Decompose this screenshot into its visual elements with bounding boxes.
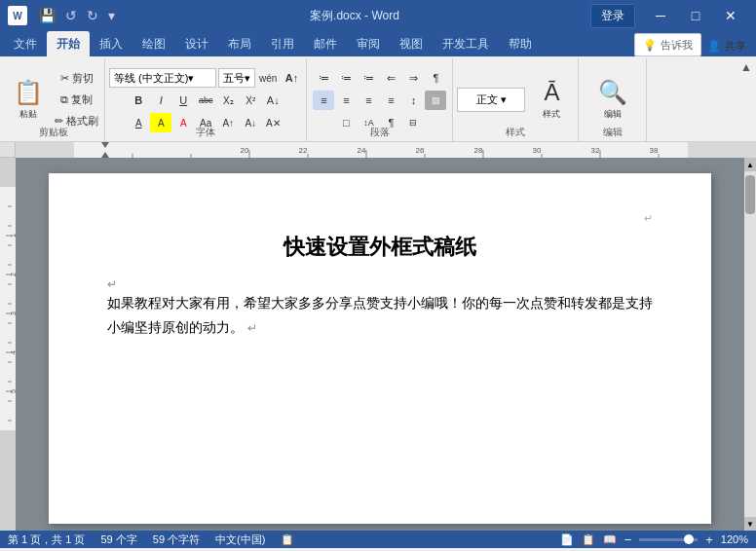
bold-button[interactable]: B bbox=[128, 91, 149, 110]
zoom-thumb[interactable] bbox=[684, 534, 694, 544]
ribbon-group-font: 等线 (中文正文)▾ 五号▾ wén A↑ B I U abc X₂ X² A↓… bbox=[105, 58, 307, 141]
align-left-btn[interactable]: ≡ bbox=[313, 91, 334, 110]
ribbon-group-clipboard: 📋 粘贴 ✂ 剪切 ⧉ 复制 ✏ 格式刷 剪贴板 bbox=[2, 58, 105, 141]
shrink-aa-btn[interactable]: A↓ bbox=[240, 113, 261, 132]
svg-rect-0 bbox=[16, 142, 756, 158]
svg-text:2: 2 bbox=[10, 273, 16, 276]
styles-pane-btn[interactable]: Ā 样式 bbox=[529, 67, 574, 133]
tab-help[interactable]: 帮助 bbox=[499, 31, 542, 56]
undo-quick-btn[interactable]: ↺ bbox=[61, 6, 81, 25]
body-pilcrow: ↵ bbox=[247, 321, 257, 335]
tab-references[interactable]: 引用 bbox=[261, 31, 304, 56]
shading-btn[interactable]: ▨ bbox=[425, 91, 446, 110]
body-text: 如果教程对大家有用，希望大家多多分享点赞支持小编哦！你的每一次点赞和转发都是支持… bbox=[107, 296, 653, 335]
word-count: 59 个字 bbox=[100, 533, 136, 547]
copy-button[interactable]: ⧉ 复制 bbox=[53, 91, 100, 110]
svg-text:38: 38 bbox=[650, 146, 659, 155]
column-btn[interactable]: ⊟ bbox=[402, 113, 424, 132]
tell-me-input[interactable]: 💡 告诉我 bbox=[634, 33, 701, 56]
line-spacing-btn[interactable]: ↕ bbox=[402, 91, 424, 110]
text-highlight-btn[interactable]: A bbox=[150, 113, 171, 132]
save-quick-btn[interactable]: 💾 bbox=[35, 6, 59, 25]
font-grow-btn[interactable]: A↑ bbox=[281, 68, 302, 88]
tab-home[interactable]: 开始 bbox=[47, 31, 90, 56]
paste-button[interactable]: 📋 粘贴 bbox=[6, 67, 51, 133]
italic-button[interactable]: I bbox=[150, 91, 171, 110]
ribbon-group-paragraph: ≔ ≔ ≔ ⇐ ⇒ ¶ ≡ ≡ ≡ ≡ ↕ ▨ □ ↕A ¶ ⊟ 段落 bbox=[307, 58, 453, 141]
restore-button[interactable]: □ bbox=[678, 0, 713, 31]
font-color-btn[interactable]: A bbox=[172, 113, 194, 132]
zoom-minus-btn[interactable]: − bbox=[624, 533, 632, 547]
tab-layout[interactable]: 布局 bbox=[218, 31, 261, 56]
text-effect-btn[interactable]: A bbox=[128, 113, 149, 132]
ribbon-tab-bar: 文件 开始 插入 绘图 设计 布局 引用 邮件 审阅 视图 开发工具 帮助 💡 … bbox=[0, 31, 756, 56]
bullets-btn[interactable]: ≔ bbox=[313, 68, 334, 88]
styles-icon: Ā bbox=[544, 79, 559, 106]
collapse-ribbon-btn[interactable]: ▲ bbox=[737, 58, 756, 76]
numbering-btn[interactable]: ≔ bbox=[335, 68, 357, 88]
language-indicator: 中文(中国) bbox=[215, 533, 265, 547]
customize-quick-btn[interactable]: ▾ bbox=[104, 6, 119, 25]
align-right-btn[interactable]: ≡ bbox=[358, 91, 379, 110]
styles-label: 样式 bbox=[506, 126, 525, 139]
strikethrough-button[interactable]: abc bbox=[195, 91, 216, 110]
tab-developer[interactable]: 开发工具 bbox=[433, 31, 499, 56]
cut-button[interactable]: ✂ 剪切 bbox=[53, 69, 100, 89]
view-layout-btn[interactable]: 📋 bbox=[582, 533, 595, 546]
tab-file[interactable]: 文件 bbox=[4, 31, 47, 56]
show-para-btn[interactable]: ¶ bbox=[425, 68, 446, 88]
tab-mailings[interactable]: 邮件 bbox=[304, 31, 347, 56]
svg-text:28: 28 bbox=[474, 146, 483, 155]
tab-view[interactable]: 视图 bbox=[390, 31, 433, 56]
multilevel-btn[interactable]: ≔ bbox=[358, 68, 379, 88]
minimize-button[interactable]: ─ bbox=[643, 0, 678, 31]
font-shrink-btn[interactable]: A↓ bbox=[262, 91, 284, 110]
subscript-button[interactable]: X₂ bbox=[217, 91, 239, 110]
borders-btn[interactable]: □ bbox=[335, 113, 357, 132]
svg-text:30: 30 bbox=[533, 146, 542, 155]
main-area: 1 2 3 4 5 ↵ 快速设置外框式稿纸 ↵ 如果教程对大家有用，希望大家多多… bbox=[0, 158, 756, 531]
close-button[interactable]: ✕ bbox=[713, 0, 748, 31]
zoom-slider[interactable] bbox=[639, 538, 698, 541]
styles-gallery[interactable]: 正文 ▾ bbox=[457, 88, 525, 112]
wen-btn[interactable]: wén bbox=[257, 68, 279, 88]
status-right: 📄 📋 📖 − + 120% bbox=[560, 533, 748, 547]
word-app-icon: W bbox=[8, 6, 27, 25]
quick-access-toolbar: 💾 ↺ ↻ ▾ bbox=[35, 6, 119, 25]
view-normal-btn[interactable]: 📄 bbox=[560, 533, 574, 546]
scroll-thumb[interactable] bbox=[745, 175, 755, 214]
zoom-plus-btn[interactable]: + bbox=[705, 533, 713, 547]
editing-btn[interactable]: 🔍 编辑 bbox=[590, 67, 635, 133]
title-pilcrow: ↵ bbox=[107, 277, 117, 291]
paste-label: 粘贴 bbox=[19, 108, 37, 121]
document-area[interactable]: ↵ 快速设置外框式稿纸 ↵ 如果教程对大家有用，希望大家多多分享点赞支持小编哦！… bbox=[16, 158, 744, 531]
svg-text:24: 24 bbox=[358, 146, 366, 155]
align-center-btn[interactable]: ≡ bbox=[335, 91, 357, 110]
indent-inc-btn[interactable]: ⇒ bbox=[402, 68, 424, 88]
justify-btn[interactable]: ≡ bbox=[380, 91, 401, 110]
underline-button[interactable]: U bbox=[172, 91, 194, 110]
editing-label: 编辑 bbox=[604, 108, 622, 121]
tab-review[interactable]: 审阅 bbox=[347, 31, 390, 56]
clear-format-btn[interactable]: A✕ bbox=[262, 113, 284, 132]
scroll-down-btn[interactable]: ▼ bbox=[744, 517, 756, 531]
tab-design[interactable]: 设计 bbox=[175, 31, 218, 56]
login-button[interactable]: 登录 bbox=[590, 4, 635, 28]
svg-rect-24 bbox=[0, 430, 16, 531]
document-body[interactable]: 如果教程对大家有用，希望大家多多分享点赞支持小编哦！你的每一次点赞和转发都是支持… bbox=[107, 291, 653, 340]
vertical-scrollbar[interactable]: ▲ ▼ bbox=[744, 158, 756, 531]
font-name-selector[interactable]: 等线 (中文正文)▾ bbox=[109, 68, 216, 88]
ruler-area: 20 22 24 26 28 30 32 38 bbox=[0, 142, 756, 158]
tab-draw[interactable]: 绘图 bbox=[132, 31, 175, 56]
indent-dec-btn[interactable]: ⇐ bbox=[380, 68, 401, 88]
grow-aa-btn[interactable]: A↑ bbox=[217, 113, 239, 132]
superscript-button[interactable]: X² bbox=[240, 91, 261, 110]
font-size-selector[interactable]: 五号▾ bbox=[218, 68, 255, 88]
redo-quick-btn[interactable]: ↻ bbox=[83, 6, 102, 25]
svg-text:26: 26 bbox=[416, 146, 425, 155]
char-count: 59 个字符 bbox=[153, 533, 200, 547]
view-read-btn[interactable]: 📖 bbox=[603, 533, 617, 546]
scroll-up-btn[interactable]: ▲ bbox=[744, 158, 756, 171]
tab-insert[interactable]: 插入 bbox=[90, 31, 132, 56]
share-button[interactable]: 👤 共享 bbox=[701, 36, 752, 56]
